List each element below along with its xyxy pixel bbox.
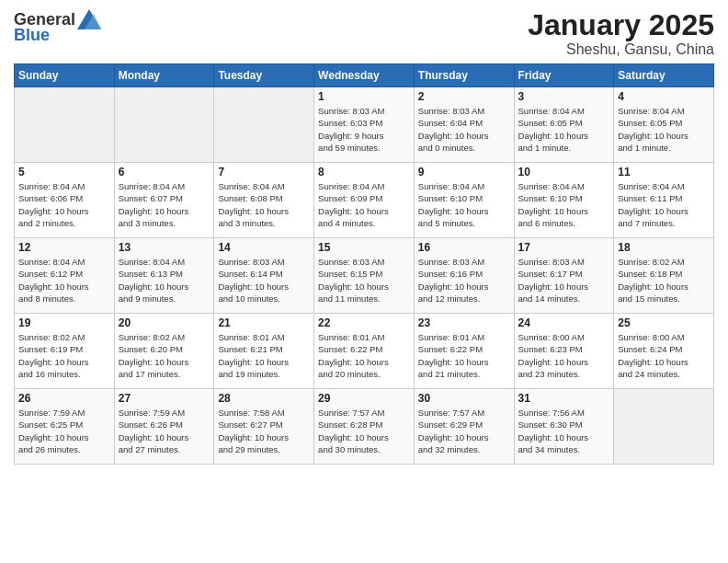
day-info: Sunrise: 7:57 AMSunset: 6:29 PMDaylight:…	[418, 407, 510, 455]
col-thursday: Thursday	[414, 64, 514, 87]
day-info: Sunrise: 8:04 AMSunset: 6:05 PMDaylight:…	[518, 105, 610, 154]
day-info: Sunrise: 7:59 AMSunset: 6:26 PMDaylight:…	[119, 407, 210, 455]
day-number: 17	[518, 241, 610, 254]
day-info: Sunrise: 8:04 AMSunset: 6:05 PMDaylight:…	[618, 105, 710, 154]
table-row: 3Sunrise: 8:04 AMSunset: 6:05 PMDaylight…	[514, 87, 614, 163]
table-row	[614, 389, 714, 465]
table-row: 18Sunrise: 8:02 AMSunset: 6:18 PMDayligh…	[614, 238, 714, 314]
day-number: 3	[518, 90, 610, 103]
calendar-page: General Blue January 2025 Sheshu, Gansu,…	[0, 0, 728, 563]
table-row: 16Sunrise: 8:03 AMSunset: 6:16 PMDayligh…	[414, 238, 514, 314]
day-info: Sunrise: 8:03 AMSunset: 6:17 PMDaylight:…	[518, 256, 610, 304]
day-number: 25	[618, 316, 710, 329]
day-number: 16	[418, 241, 510, 254]
day-info: Sunrise: 8:04 AMSunset: 6:08 PMDaylight:…	[218, 180, 310, 229]
day-info: Sunrise: 8:03 AMSunset: 6:04 PMDaylight:…	[418, 105, 510, 154]
day-number: 22	[318, 316, 410, 329]
day-info: Sunrise: 8:04 AMSunset: 6:09 PMDaylight:…	[318, 180, 410, 229]
table-row: 26Sunrise: 7:59 AMSunset: 6:25 PMDayligh…	[15, 389, 115, 465]
table-row: 7Sunrise: 8:04 AMSunset: 6:08 PMDaylight…	[214, 163, 314, 238]
logo-blue: Blue	[14, 26, 50, 45]
logo: General Blue	[14, 9, 101, 45]
day-number: 1	[318, 90, 410, 103]
day-number: 21	[218, 316, 310, 329]
day-number: 5	[18, 166, 110, 178]
table-row: 9Sunrise: 8:04 AMSunset: 6:10 PMDaylight…	[414, 163, 514, 238]
col-tuesday: Tuesday	[214, 64, 314, 87]
table-row: 28Sunrise: 7:58 AMSunset: 6:27 PMDayligh…	[214, 389, 314, 465]
day-info: Sunrise: 8:00 AMSunset: 6:23 PMDaylight:…	[518, 331, 610, 380]
table-row: 31Sunrise: 7:56 AMSunset: 6:30 PMDayligh…	[514, 389, 614, 465]
day-info: Sunrise: 8:03 AMSunset: 6:15 PMDaylight:…	[318, 256, 410, 304]
month-title: January 2025	[528, 9, 714, 41]
day-info: Sunrise: 8:04 AMSunset: 6:11 PMDaylight:…	[618, 180, 710, 229]
day-number: 11	[618, 166, 710, 178]
table-row	[15, 87, 115, 163]
table-row: 13Sunrise: 8:04 AMSunset: 6:13 PMDayligh…	[114, 238, 214, 314]
calendar-week-row: 5Sunrise: 8:04 AMSunset: 6:06 PMDaylight…	[15, 163, 714, 238]
day-number: 10	[518, 166, 610, 178]
calendar-week-row: 26Sunrise: 7:59 AMSunset: 6:25 PMDayligh…	[15, 389, 714, 465]
table-row	[114, 87, 214, 163]
calendar-week-row: 12Sunrise: 8:04 AMSunset: 6:12 PMDayligh…	[15, 238, 714, 314]
day-info: Sunrise: 8:04 AMSunset: 6:10 PMDaylight:…	[518, 180, 610, 229]
table-row: 4Sunrise: 8:04 AMSunset: 6:05 PMDaylight…	[614, 87, 714, 163]
day-number: 6	[119, 166, 210, 178]
day-number: 13	[119, 241, 210, 254]
table-row: 6Sunrise: 8:04 AMSunset: 6:07 PMDaylight…	[114, 163, 214, 238]
day-info: Sunrise: 8:04 AMSunset: 6:07 PMDaylight:…	[119, 180, 210, 229]
day-info: Sunrise: 8:02 AMSunset: 6:18 PMDaylight:…	[618, 256, 710, 304]
table-row: 10Sunrise: 8:04 AMSunset: 6:10 PMDayligh…	[514, 163, 614, 238]
table-row: 20Sunrise: 8:02 AMSunset: 6:20 PMDayligh…	[114, 314, 214, 389]
day-info: Sunrise: 8:01 AMSunset: 6:21 PMDaylight:…	[218, 331, 310, 380]
table-row: 1Sunrise: 8:03 AMSunset: 6:03 PMDaylight…	[314, 87, 415, 163]
col-sunday: Sunday	[15, 64, 115, 87]
calendar-week-row: 1Sunrise: 8:03 AMSunset: 6:03 PMDaylight…	[15, 87, 714, 163]
table-row	[214, 87, 314, 163]
table-row: 30Sunrise: 7:57 AMSunset: 6:29 PMDayligh…	[414, 389, 514, 465]
day-number: 9	[418, 166, 510, 178]
day-number: 24	[518, 316, 610, 329]
table-row: 17Sunrise: 8:03 AMSunset: 6:17 PMDayligh…	[514, 238, 614, 314]
col-saturday: Saturday	[614, 64, 714, 87]
table-row: 22Sunrise: 8:01 AMSunset: 6:22 PMDayligh…	[314, 314, 415, 389]
table-row: 24Sunrise: 8:00 AMSunset: 6:23 PMDayligh…	[514, 314, 614, 389]
table-row: 25Sunrise: 8:00 AMSunset: 6:24 PMDayligh…	[614, 314, 714, 389]
table-row: 2Sunrise: 8:03 AMSunset: 6:04 PMDaylight…	[414, 87, 514, 163]
col-monday: Monday	[114, 64, 214, 87]
day-info: Sunrise: 8:03 AMSunset: 6:16 PMDaylight:…	[418, 256, 510, 304]
location-title: Sheshu, Gansu, China	[528, 41, 714, 58]
day-number: 31	[518, 392, 610, 405]
day-info: Sunrise: 8:01 AMSunset: 6:22 PMDaylight:…	[418, 331, 510, 380]
day-number: 27	[119, 392, 210, 405]
table-row: 23Sunrise: 8:01 AMSunset: 6:22 PMDayligh…	[414, 314, 514, 389]
day-info: Sunrise: 8:04 AMSunset: 6:10 PMDaylight:…	[418, 180, 510, 229]
day-number: 18	[618, 241, 710, 254]
day-number: 19	[18, 316, 110, 329]
day-number: 26	[18, 392, 110, 405]
table-row: 29Sunrise: 7:57 AMSunset: 6:28 PMDayligh…	[314, 389, 415, 465]
day-info: Sunrise: 8:01 AMSunset: 6:22 PMDaylight:…	[318, 331, 410, 380]
title-block: January 2025 Sheshu, Gansu, China	[528, 9, 714, 58]
table-row: 5Sunrise: 8:04 AMSunset: 6:06 PMDaylight…	[15, 163, 115, 238]
table-row: 14Sunrise: 8:03 AMSunset: 6:14 PMDayligh…	[214, 238, 314, 314]
table-row: 15Sunrise: 8:03 AMSunset: 6:15 PMDayligh…	[314, 238, 415, 314]
table-row: 11Sunrise: 8:04 AMSunset: 6:11 PMDayligh…	[614, 163, 714, 238]
day-info: Sunrise: 7:58 AMSunset: 6:27 PMDaylight:…	[218, 407, 310, 455]
day-number: 15	[318, 241, 410, 254]
table-row: 19Sunrise: 8:02 AMSunset: 6:19 PMDayligh…	[15, 314, 115, 389]
day-info: Sunrise: 8:04 AMSunset: 6:06 PMDaylight:…	[18, 180, 110, 229]
day-number: 30	[418, 392, 510, 405]
col-wednesday: Wednesday	[314, 64, 415, 87]
day-number: 8	[318, 166, 410, 178]
table-row: 27Sunrise: 7:59 AMSunset: 6:26 PMDayligh…	[114, 389, 214, 465]
day-number: 23	[418, 316, 510, 329]
calendar-week-row: 19Sunrise: 8:02 AMSunset: 6:19 PMDayligh…	[15, 314, 714, 389]
day-number: 2	[418, 90, 510, 103]
day-info: Sunrise: 8:04 AMSunset: 6:12 PMDaylight:…	[18, 256, 110, 304]
header: General Blue January 2025 Sheshu, Gansu,…	[14, 9, 714, 58]
day-info: Sunrise: 8:03 AMSunset: 6:03 PMDaylight:…	[318, 105, 410, 154]
day-info: Sunrise: 7:56 AMSunset: 6:30 PMDaylight:…	[518, 407, 610, 455]
day-info: Sunrise: 8:00 AMSunset: 6:24 PMDaylight:…	[618, 331, 710, 380]
day-info: Sunrise: 8:03 AMSunset: 6:14 PMDaylight:…	[218, 256, 310, 304]
